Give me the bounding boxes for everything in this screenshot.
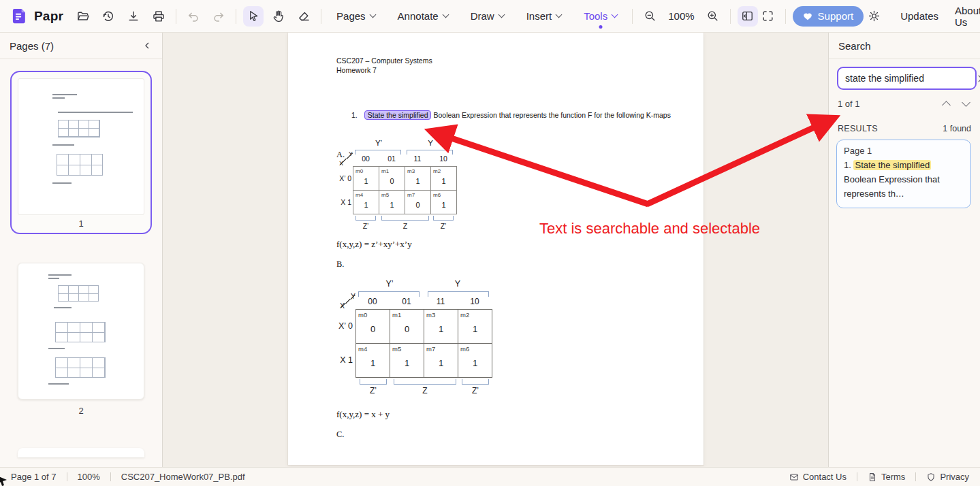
document-canvas[interactable]: CSC207 – Computer Systems Homework 7 1. … (163, 33, 828, 467)
redo-button[interactable] (208, 6, 229, 27)
zoom-level[interactable]: 100% (668, 10, 694, 22)
open-file-button[interactable] (73, 6, 93, 27)
menu-tools[interactable]: Tools (584, 10, 617, 22)
fullscreen-button[interactable] (758, 6, 778, 27)
hand-tool-button[interactable] (268, 6, 289, 27)
history-button[interactable] (98, 6, 118, 27)
toggle-sidebar-button[interactable] (738, 6, 758, 27)
match-counter: 1 of 1 (838, 99, 860, 109)
close-icon (977, 74, 980, 84)
terms-link[interactable]: Terms (868, 472, 905, 482)
formula-a: f(x,y,z) = z’+xy’+x’y (336, 239, 412, 250)
kmap-top-labels: Y’ Y (353, 139, 456, 147)
search-result-item[interactable]: Page 1 1. State the simplified Boolean E… (836, 140, 971, 208)
search-panel: Search 1 of 1 RESULTS 1 found Page 1 1. … (828, 33, 980, 467)
kmap-cell: m10 (379, 167, 405, 191)
envelope-icon (789, 472, 799, 482)
mouse-cursor (0, 476, 9, 486)
kmap-bottom-bracket (394, 379, 456, 385)
zoom-in-icon (706, 10, 719, 22)
document-icon (868, 472, 877, 482)
collapse-sidebar-icon[interactable] (142, 40, 153, 51)
contact-us-link[interactable]: Contact Us (789, 472, 847, 482)
theme-toggle-button[interactable] (864, 6, 884, 27)
kmap-cell: m51 (390, 344, 424, 378)
status-bar: Page 1 of 7 100% CSC207_HomeWork07_PB.pd… (0, 467, 980, 486)
undo-button[interactable] (183, 6, 204, 27)
menu-draw[interactable]: Draw (471, 10, 504, 22)
statusbar-divider (110, 472, 111, 481)
support-button[interactable]: Support (793, 6, 864, 27)
page-indicator: Page 1 of 7 (11, 472, 57, 482)
zoom-out-button[interactable] (639, 6, 660, 27)
clear-search-button[interactable] (977, 70, 980, 86)
kmap-cell: m51 (379, 191, 405, 214)
sun-icon (868, 10, 881, 22)
previous-match-button[interactable] (942, 101, 951, 110)
eraser-icon (297, 10, 311, 23)
kmap-a: Y’ Y Y X 00 01 11 10 X’ 0 X 1 m01 (339, 139, 482, 234)
hand-icon (272, 10, 285, 23)
kmap-top-bracket (355, 150, 401, 155)
assignment-title: Homework 7 (336, 65, 432, 75)
search-panel-title: Search (838, 40, 871, 52)
folder-open-icon (76, 10, 90, 23)
menu-insert[interactable]: Insert (526, 10, 562, 22)
download-button[interactable] (123, 6, 144, 27)
next-match-button[interactable] (962, 98, 970, 107)
privacy-link[interactable]: Privacy (926, 472, 969, 482)
kmap-bottom-bracket (355, 216, 376, 221)
kmap-corner: Y X (341, 295, 355, 308)
kmap-bottom-bracket (381, 216, 429, 221)
kmap-cell: m70 (405, 191, 431, 214)
history-icon (101, 10, 115, 23)
formula-b: f(x,y,z) = x + y (336, 409, 390, 420)
menu-pages[interactable]: Pages (336, 10, 375, 22)
statusbar-divider (67, 472, 67, 481)
menu-annotate[interactable]: Annotate (398, 10, 448, 22)
heart-icon (803, 12, 812, 21)
app-name: Papr (34, 9, 63, 24)
course-title: CSC207 – Computer Systems (336, 56, 432, 65)
statusbar-divider (857, 472, 857, 481)
zoom-in-button[interactable] (703, 6, 723, 27)
kmap-cell: m31 (424, 310, 458, 344)
section-c-label: C. (336, 430, 344, 440)
kmap-top-labels: Y’ Y (355, 279, 492, 289)
app-logo-icon (11, 7, 28, 25)
thumbnail-page-number: 1 (18, 215, 144, 231)
select-tool-button[interactable] (243, 6, 264, 27)
chevron-down-icon (556, 12, 563, 18)
kmap-top-bracket (428, 291, 489, 297)
print-icon (152, 10, 165, 23)
page-thumbnail-3-partial[interactable] (18, 448, 144, 457)
pages-sidebar-header: Pages (7) (0, 33, 162, 59)
toolbar-divider (730, 9, 731, 24)
pdf-page[interactable]: CSC207 – Computer Systems Homework 7 1. … (288, 33, 704, 465)
thumbnail-page-number: 2 (18, 400, 144, 418)
top-toolbar: Papr (0, 0, 980, 33)
kmap-cell: m61 (458, 344, 492, 378)
kmap-cell: m61 (431, 191, 457, 214)
chevron-down-icon (498, 12, 505, 18)
kmap-bottom-bracket (462, 379, 489, 385)
kmap-b: Y’ Y Y X 00 01 11 10 X’ 0 X 1 m00 (339, 279, 516, 399)
chevron-down-icon (612, 12, 618, 18)
page-thumbnail-2[interactable]: 2 (18, 263, 144, 418)
zoom-indicator: 100% (78, 472, 100, 482)
eraser-tool-button[interactable] (294, 6, 314, 27)
toolbar-divider (176, 9, 176, 24)
result-snippet: 1. State the simplified Boolean Expressi… (844, 158, 964, 201)
search-panel-header: Search (829, 33, 980, 59)
kmap-cell: m00 (356, 310, 390, 344)
thumbnail-preview (18, 263, 144, 400)
toolbar-divider (632, 9, 633, 24)
search-input[interactable] (837, 67, 977, 90)
kmap-column-headers: 00 01 11 10 (355, 297, 492, 306)
updates-link[interactable]: Updates (900, 10, 938, 22)
page-thumbnail-1[interactable]: 1 (10, 71, 152, 234)
menu-bar: Pages Annotate Draw Insert Tools (336, 10, 617, 22)
about-us-link[interactable]: About Us (955, 5, 980, 28)
toolbar-divider (785, 9, 786, 24)
print-button[interactable] (148, 6, 169, 27)
